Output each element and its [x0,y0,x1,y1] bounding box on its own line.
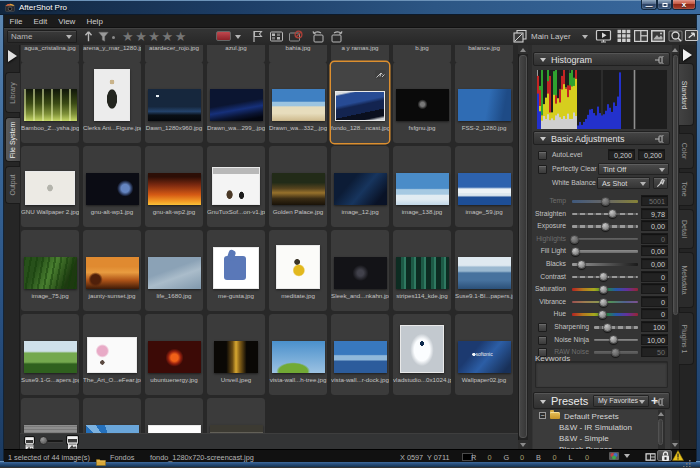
tint-dropdown[interactable]: Tint Off [598,163,669,175]
star-icon[interactable]: ★ [161,29,174,44]
blacks-value[interactable]: 0,00 [641,258,668,269]
flag-photo-icon[interactable] [269,30,284,43]
raw-noise-slider-knob[interactable] [611,348,620,357]
thumbnail-image[interactable] [148,341,201,373]
color-profile-icon[interactable] [608,451,620,462]
thumbnail-image[interactable] [24,341,77,373]
vibrance-value[interactable]: 0 [641,296,668,307]
exposure-value[interactable]: 0,00 [641,220,668,231]
straighten-value[interactable]: 9,78 [641,208,668,219]
thumbnail-cell[interactable]: vista-wall...r-dock.jpg [331,314,389,395]
thumbnail-image[interactable] [148,89,201,121]
sharpening-value[interactable]: 100 [641,321,668,332]
thumbnail-cell[interactable]: jaunty-sunset.jpg [83,230,141,311]
preset-item[interactable]: B&W - IR Simulation [533,422,670,433]
menu-file[interactable]: File [4,15,28,28]
thumbnail-cell-partial[interactable]: atardecer_rojo.jpg [145,45,203,63]
rotate-right-icon[interactable] [329,30,345,43]
zoom-tool-icon[interactable] [668,29,684,43]
thumbnail-cell[interactable]: me-gusta.jpg [207,230,265,311]
filter-funnel-icon[interactable] [97,30,110,43]
thumbnail-image[interactable] [335,91,385,121]
thumbnail-grid-icon[interactable] [616,29,632,43]
thumbnail-image[interactable] [148,257,201,289]
preset-folder[interactable]: −Default Presets [533,411,670,422]
fill-light-slider-track[interactable] [572,250,638,253]
noise-ninja-checkbox[interactable] [538,336,547,345]
thumbnail-cell[interactable]: GnuTuxSof...on-v1.jpg [207,146,265,227]
thumbnail-cell[interactable]: ubuntuenergy.jpg [145,314,203,395]
exposure-slider-knob[interactable] [601,222,610,231]
thumbnail-cell[interactable]: stripes114_kde.jpg [393,230,451,311]
thumbnail-image[interactable] [334,341,387,373]
tab-file-system[interactable]: File System [5,117,20,162]
thumbnail-image[interactable] [396,257,449,289]
tab-output[interactable]: Output [5,166,20,204]
presets-header[interactable]: PresetsMy Favorites+ [533,392,670,409]
thumbnail-cell-partial[interactable]: arena_y_mar_1280.jpg [83,45,141,63]
sharpening-slider-track[interactable] [594,326,638,329]
hue-value[interactable]: 0 [641,308,668,319]
vibrance-slider-knob[interactable] [599,298,608,307]
single-image-icon[interactable] [650,29,666,43]
thumbnail-cell[interactable]: Suse9.1-Bl...papers.jpg [455,230,513,311]
thumbnail-image[interactable] [334,173,387,205]
thumbnail-image[interactable] [458,257,511,289]
presets-scrollbar[interactable] [658,410,665,449]
contrast-value[interactable]: 0 [641,271,668,282]
highlights-slider-track[interactable] [572,238,638,241]
thumbnail-cell[interactable]: meditate.jpg [269,230,327,311]
noise-ninja-slider-knob[interactable] [609,335,618,344]
thumbnail-cell-partial[interactable]: bahia.jpg [269,45,327,63]
panel-scroll-down-button[interactable] [672,440,679,449]
thumbnail-image[interactable] [213,247,259,289]
lock-button[interactable] [657,450,672,461]
saturation-slider-knob[interactable] [599,285,608,294]
reject-photo-icon[interactable] [288,30,303,43]
tab-tone[interactable]: Tone [679,172,694,206]
thumbnail-cell[interactable]: Drawn_wa...299_.jpg [207,62,265,143]
maximize-button[interactable] [657,0,672,10]
thumbnail-cell-partial[interactable]: balance.jpg [455,45,513,63]
temp-value[interactable]: 5001 [641,195,668,206]
scroll-up-button[interactable] [518,45,528,54]
star-icon[interactable]: ★ [135,29,148,44]
layers-icon[interactable] [512,29,528,43]
panel-scrollbar[interactable] [672,45,679,449]
thumbnails-larger-icon[interactable] [66,435,79,445]
thumbnail-image[interactable] [272,89,325,121]
thumbnail-cell-partial[interactable]: agua_cristalina.jpg [21,45,79,63]
thumbnail-image[interactable] [24,89,77,121]
label-color-caret-icon[interactable] [235,35,241,39]
flag-icon[interactable] [250,30,265,43]
pin-icon[interactable] [654,135,664,143]
layer-caret-icon[interactable] [582,35,588,39]
autolevel-value-0[interactable]: 0,200 [608,149,635,160]
grid-scrollbar[interactable] [518,45,528,449]
preset-item[interactable]: B&W - Simple [533,433,670,444]
fill-light-value[interactable]: 0,00 [641,245,668,256]
noise-ninja-value[interactable]: 10,00 [641,334,668,345]
thumbnail-image[interactable] [396,173,449,205]
rating-stars[interactable]: ★★★★★ [122,29,188,44]
tab-color[interactable]: Color [679,133,694,169]
grid-scrollbar-thumb[interactable] [519,55,527,438]
thumbnail-cell[interactable]: image_12.jpg [331,146,389,227]
thumbnail-image[interactable] [94,69,130,121]
keywords-input[interactable] [535,361,668,388]
thumbnail-cell-partial[interactable]: a y ramas.jpg [331,45,389,63]
white-balance-dropdown[interactable]: As Shot [597,177,650,189]
thumbnails-smaller-icon[interactable] [24,436,35,445]
layer-dropdown[interactable]: Main Layer [531,32,571,41]
tab-standard[interactable]: Standard [679,63,694,126]
fullscreen-icon[interactable] [684,29,699,42]
thumbnail-cell-partial[interactable]: b.jpg [393,45,451,63]
menu-edit[interactable]: Edit [28,15,53,28]
thumbnail-image[interactable] [214,341,258,373]
thumbnail-image[interactable] [458,89,511,121]
scroll-down-button[interactable] [518,440,528,449]
thumbnail-image[interactable] [396,89,449,121]
thumbnail-cell[interactable]: image_138.jpg [393,146,451,227]
hue-slider-knob[interactable] [598,310,607,319]
tab-library[interactable]: Library [5,72,20,113]
